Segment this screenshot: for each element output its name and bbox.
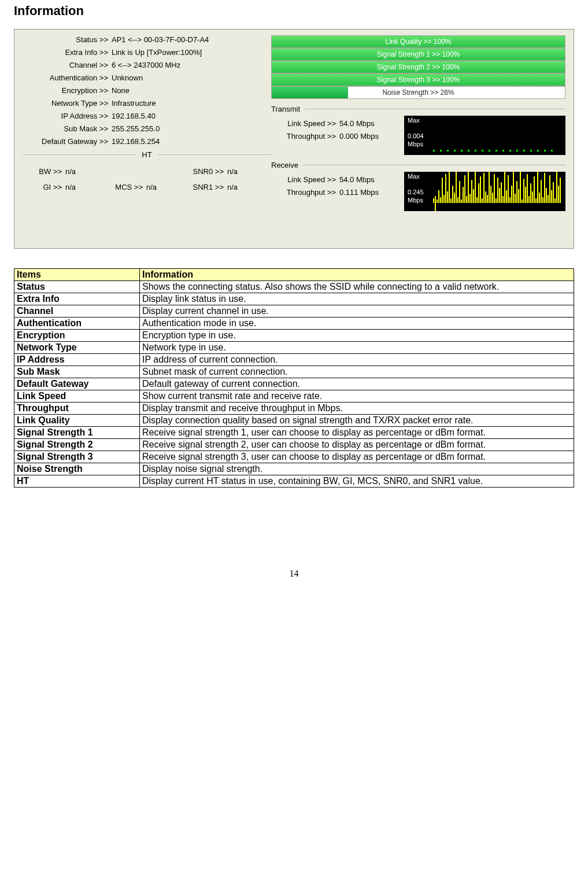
field-label: Default Gateway >> — [23, 137, 112, 146]
status-field: Authentication >>Unknown — [23, 73, 271, 82]
table-row: Signal Strength 2Receive signal strength… — [14, 439, 574, 451]
table-row: Link QualityDisplay connection quality b… — [14, 415, 574, 427]
table-item: Signal Strength 3 — [14, 451, 140, 463]
table-item: Link Speed — [14, 390, 140, 403]
bar-text: Signal Strength 2 >> 100% — [272, 61, 565, 73]
table-item: Encryption — [14, 330, 140, 342]
page-title: Information — [14, 3, 574, 19]
strength-bar: Link Quality >> 100% — [271, 35, 565, 48]
strength-bar: Noise Strength >> 26% — [271, 86, 565, 99]
table-row: AuthenticationAuthentication mode in use… — [14, 318, 574, 330]
table-row: Link SpeedShow current transmit rate and… — [14, 390, 574, 403]
ht-label: GI >> — [23, 183, 65, 191]
table-info: Display noise signal strength. — [140, 463, 574, 475]
table-item: Extra Info — [14, 293, 140, 305]
status-field: Default Gateway >>192.168.5.254 — [23, 137, 271, 146]
field-value: 6 <--> 2437000 MHz — [112, 61, 271, 69]
table-info: Shows the connecting status. Also shows … — [140, 281, 574, 293]
ht-value: n/a — [65, 167, 76, 176]
ht-label: SNR1 >> — [184, 183, 227, 191]
page-number: 14 — [14, 568, 574, 579]
table-item: Channel — [14, 305, 140, 318]
table-row: ChannelDisplay current channel in use. — [14, 305, 574, 318]
table-row: Signal Strength 1Receive signal strength… — [14, 427, 574, 439]
rx-throughput-value: 0.111 Mbps — [339, 188, 379, 197]
ht-cell — [103, 167, 184, 176]
ht-label: MCS >> — [103, 183, 146, 191]
left-pane: Status >>AP1 <--> 00-03-7F-00-D7-A4Extra… — [23, 35, 271, 242]
table-head-items: Items — [14, 269, 140, 281]
tx-graph-dots — [433, 145, 562, 153]
rx-throughput-label: Throughput >> — [271, 188, 339, 197]
ht-label: BW >> — [23, 167, 65, 176]
status-field: Extra Info >>Link is Up [TxPower:100%] — [23, 48, 271, 57]
table-row: IP AddressIP address of current connecti… — [14, 354, 574, 366]
status-panel: Status >>AP1 <--> 00-03-7F-00-D7-A4Extra… — [14, 29, 574, 249]
rx-graph: Max 0.245 Mbps — [404, 172, 565, 211]
table-info: Encryption type in use. — [140, 330, 574, 342]
ht-separator: HT — [23, 150, 271, 159]
strength-bar: Signal Strength 2 >> 100% — [271, 61, 565, 73]
table-item: Throughput — [14, 403, 140, 415]
table-info: Display current channel in use. — [140, 305, 574, 318]
table-row: Noise StrengthDisplay noise signal stren… — [14, 463, 574, 475]
table-info: Receive signal strength 3, user can choo… — [140, 451, 574, 463]
status-field: Encryption >>None — [23, 86, 271, 95]
receive-group: Receive — [271, 161, 565, 169]
table-row: Default GatewayDefault gateway of curren… — [14, 378, 574, 390]
rx-graph-title: Max — [408, 173, 420, 180]
tx-linkspeed-value: 54.0 Mbps — [339, 119, 375, 128]
tx-graph: Max 0.004 Mbps — [404, 116, 565, 155]
table-row: HTDisplay current HT status in use, cont… — [14, 475, 574, 488]
ht-value: n/a — [65, 183, 76, 191]
ht-value: n/a — [227, 183, 238, 191]
ht-label: HT — [136, 150, 157, 159]
table-item: Authentication — [14, 318, 140, 330]
ht-cell: SNR1 >>n/a — [184, 183, 265, 191]
table-info: Receive signal strength 2, user can choo… — [140, 439, 574, 451]
field-value: None — [112, 86, 271, 95]
tx-throughput-value: 0.000 Mbps — [339, 132, 379, 141]
ht-label: SNR0 >> — [184, 167, 227, 176]
field-label: Status >> — [23, 35, 112, 44]
strength-bar: Signal Strength 1 >> 100% — [271, 48, 565, 61]
field-value: AP1 <--> 00-03-7F-00-D7-A4 — [112, 35, 271, 44]
table-row: StatusShows the connecting status. Also … — [14, 281, 574, 293]
tx-graph-value: 0.004 Mbps — [408, 132, 424, 148]
field-value: 192.168.5.254 — [112, 137, 271, 146]
table-item: Sub Mask — [14, 366, 140, 378]
ht-cell: GI >>n/a — [23, 183, 103, 191]
table-info: Display transmit and receive throughput … — [140, 403, 574, 415]
ht-value: n/a — [146, 183, 157, 191]
table-item: Signal Strength 1 — [14, 427, 140, 439]
field-value: 192.168.5.40 — [112, 112, 271, 120]
status-field: Channel >>6 <--> 2437000 MHz — [23, 61, 271, 69]
rx-graph-bars — [433, 172, 562, 205]
status-field: Network Type >>Infrastructure — [23, 99, 271, 108]
rx-graph-value: 0.245 Mbps — [408, 188, 424, 204]
ht-cell: MCS >>n/a — [103, 183, 184, 191]
tx-linkspeed-label: Link Speed >> — [271, 119, 339, 128]
rx-linkspeed-label: Link Speed >> — [271, 175, 339, 184]
field-label: Extra Info >> — [23, 48, 112, 57]
field-label: Network Type >> — [23, 99, 112, 108]
table-info: Show current transmit rate and receive r… — [140, 390, 574, 403]
ht-cell: SNR0 >>n/a — [184, 167, 265, 176]
status-field: IP Address >>192.168.5.40 — [23, 112, 271, 120]
table-info: Display current HT status in use, contai… — [140, 475, 574, 488]
field-label: Sub Mask >> — [23, 124, 112, 133]
table-info: IP address of current connection. — [140, 354, 574, 366]
status-field: Sub Mask >>255.255.255.0 — [23, 124, 271, 133]
field-label: IP Address >> — [23, 112, 112, 120]
table-info: Receive signal strength 1, user can choo… — [140, 427, 574, 439]
table-info: Display connection quality based on sign… — [140, 415, 574, 427]
right-pane: Link Quality >> 100%Signal Strength 1 >>… — [271, 35, 565, 242]
field-label: Authentication >> — [23, 73, 112, 82]
bar-text: Signal Strength 3 >> 100% — [272, 74, 565, 86]
field-value: 255.255.255.0 — [112, 124, 271, 133]
ht-value: n/a — [227, 167, 238, 176]
tx-graph-title: Max — [408, 117, 420, 124]
table-row: Network TypeNetwork type in use. — [14, 342, 574, 354]
ht-cell: BW >>n/a — [23, 167, 103, 176]
receive-label: Receive — [271, 161, 303, 169]
